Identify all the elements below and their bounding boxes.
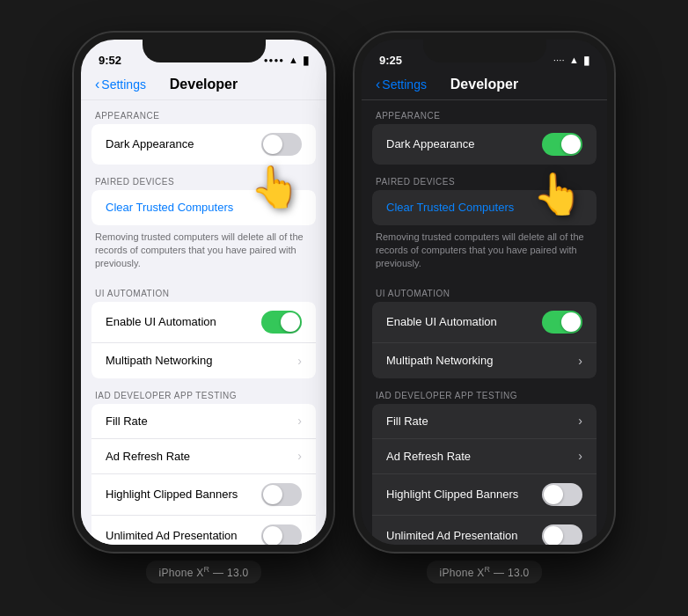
section-group: Dark Appearance bbox=[91, 124, 316, 165]
row-label: Enable UI Automation bbox=[106, 315, 216, 328]
table-row: Enable UI Automation bbox=[91, 302, 316, 343]
signal-icon: ···· bbox=[553, 56, 565, 64]
table-row[interactable]: Ad Refresh Rate› bbox=[91, 439, 316, 474]
section-header: UI AUTOMATION bbox=[362, 278, 607, 302]
toggle-switch[interactable] bbox=[542, 133, 582, 156]
nav-bar: ‹ SettingsDeveloper bbox=[81, 75, 326, 99]
phone-light: 9:52●●●●▲▮‹ SettingsDeveloperAPPEARANCED… bbox=[74, 33, 333, 552]
cursor-hand: 👆 bbox=[250, 163, 300, 210]
chevron-right-icon: › bbox=[578, 414, 582, 428]
toggle-knob bbox=[561, 135, 581, 154]
status-right: ●●●●▲▮ bbox=[264, 54, 309, 67]
section-description: Removing trusted computers will delete a… bbox=[81, 227, 326, 278]
phones-container: 9:52●●●●▲▮‹ SettingsDeveloperAPPEARANCED… bbox=[56, 15, 632, 601]
nav-title: Developer bbox=[170, 77, 238, 92]
phone-label: iPhone XR — 13.0 bbox=[146, 561, 260, 583]
row-label: Unlimited Ad Presentation bbox=[386, 529, 518, 542]
row-label: Highlight Clipped Banners bbox=[386, 488, 518, 501]
toggle-knob bbox=[281, 312, 300, 332]
table-row[interactable]: Ad Refresh Rate› bbox=[372, 439, 597, 474]
nav-back-button[interactable]: ‹ Settings bbox=[95, 77, 146, 92]
row-label: Unlimited Ad Presentation bbox=[106, 529, 238, 542]
section-header: IAD DEVELOPER APP TESTING bbox=[362, 380, 607, 404]
notch bbox=[423, 40, 546, 62]
battery-icon: ▮ bbox=[583, 54, 589, 67]
chevron-right-icon: › bbox=[578, 449, 582, 463]
phone-wrapper-dark: 9:25····▲▮‹ SettingsDeveloperAPPEARANCED… bbox=[355, 33, 614, 583]
row-label: Fill Rate bbox=[106, 414, 148, 428]
wifi-icon: ▲ bbox=[289, 55, 298, 65]
toggle-knob bbox=[263, 526, 282, 546]
toggle-switch[interactable] bbox=[542, 483, 582, 506]
toggle-knob bbox=[561, 312, 581, 332]
phone-label: iPhone XR — 13.0 bbox=[427, 561, 541, 583]
section-header: IAD DEVELOPER APP TESTING bbox=[81, 380, 326, 404]
signal-icon: ●●●● bbox=[264, 56, 284, 64]
row-label: Multipath Networking bbox=[386, 354, 493, 367]
section-group: Fill Rate›Ad Refresh Rate›Highlight Clip… bbox=[91, 404, 316, 552]
toggle-switch[interactable] bbox=[261, 311, 302, 334]
table-row[interactable]: Fill Rate› bbox=[372, 404, 597, 439]
nav-bar: ‹ SettingsDeveloper bbox=[362, 75, 607, 99]
wifi-icon: ▲ bbox=[569, 55, 579, 65]
table-row: Unlimited Ad Presentation bbox=[91, 516, 316, 552]
row-label: Ad Refresh Rate bbox=[386, 450, 471, 463]
section-header: APPEARANCE bbox=[362, 100, 607, 124]
row-label: Multipath Networking bbox=[106, 354, 212, 367]
row-label: Fill Rate bbox=[386, 414, 428, 428]
table-row: Enable UI Automation bbox=[372, 302, 597, 343]
section-group: Dark Appearance bbox=[372, 124, 597, 165]
table-row[interactable]: Multipath Networking› bbox=[91, 343, 316, 378]
toggle-knob bbox=[544, 526, 563, 546]
table-row[interactable]: Fill Rate› bbox=[91, 404, 316, 439]
cursor-hand: 👆 bbox=[532, 170, 582, 217]
row-label: Highlight Clipped Banners bbox=[106, 488, 238, 501]
nav-back-button[interactable]: ‹ Settings bbox=[376, 77, 427, 92]
toggle-switch[interactable] bbox=[542, 524, 582, 547]
chevron-right-icon: › bbox=[578, 354, 582, 368]
status-right: ····▲▮ bbox=[553, 54, 589, 67]
chevron-right-icon: › bbox=[297, 414, 302, 428]
toggle-switch[interactable] bbox=[261, 524, 302, 547]
section-group: Enable UI AutomationMultipath Networking… bbox=[372, 302, 597, 378]
section-description: Removing trusted computers will delete a… bbox=[362, 227, 607, 278]
status-time: 9:25 bbox=[379, 54, 402, 67]
toggle-switch[interactable] bbox=[542, 311, 582, 334]
section-group: Enable UI AutomationMultipath Networking… bbox=[91, 302, 316, 378]
table-row: Dark Appearance bbox=[91, 124, 316, 165]
phone-wrapper-light: 9:52●●●●▲▮‹ SettingsDeveloperAPPEARANCED… bbox=[74, 33, 333, 583]
table-row: Dark Appearance bbox=[372, 124, 597, 165]
table-row: Unlimited Ad Presentation bbox=[372, 516, 597, 552]
section-header: UI AUTOMATION bbox=[81, 278, 326, 302]
notch bbox=[143, 40, 266, 62]
content-area: APPEARANCEDark AppearancePAIRED DEVICESC… bbox=[362, 100, 607, 553]
section-group: Fill Rate›Ad Refresh Rate›Highlight Clip… bbox=[372, 404, 597, 552]
table-row[interactable]: Multipath Networking› bbox=[372, 343, 597, 378]
nav-title: Developer bbox=[450, 77, 518, 92]
row-label: Enable UI Automation bbox=[386, 315, 497, 328]
toggle-knob bbox=[263, 485, 282, 504]
chevron-right-icon: › bbox=[297, 449, 302, 463]
row-label: Clear Trusted Computers bbox=[386, 201, 514, 214]
phone-dark: 9:25····▲▮‹ SettingsDeveloperAPPEARANCED… bbox=[355, 33, 614, 552]
battery-icon: ▮ bbox=[303, 54, 309, 67]
toggle-switch[interactable] bbox=[261, 483, 302, 506]
hand-pointer-icon: 👆 bbox=[250, 164, 300, 209]
status-time: 9:52 bbox=[99, 54, 121, 67]
toggle-switch[interactable] bbox=[261, 133, 302, 156]
row-label: Dark Appearance bbox=[386, 137, 474, 150]
toggle-knob bbox=[263, 135, 282, 154]
row-label: Ad Refresh Rate bbox=[106, 450, 190, 463]
section-header: APPEARANCE bbox=[81, 100, 326, 124]
row-label: Dark Appearance bbox=[106, 137, 194, 150]
hand-pointer-icon: 👆 bbox=[532, 171, 582, 216]
row-label: Clear Trusted Computers bbox=[106, 201, 233, 214]
table-row: Highlight Clipped Banners bbox=[91, 474, 316, 516]
table-row: Highlight Clipped Banners bbox=[372, 474, 597, 516]
toggle-knob bbox=[544, 485, 563, 504]
chevron-right-icon: › bbox=[297, 354, 302, 368]
